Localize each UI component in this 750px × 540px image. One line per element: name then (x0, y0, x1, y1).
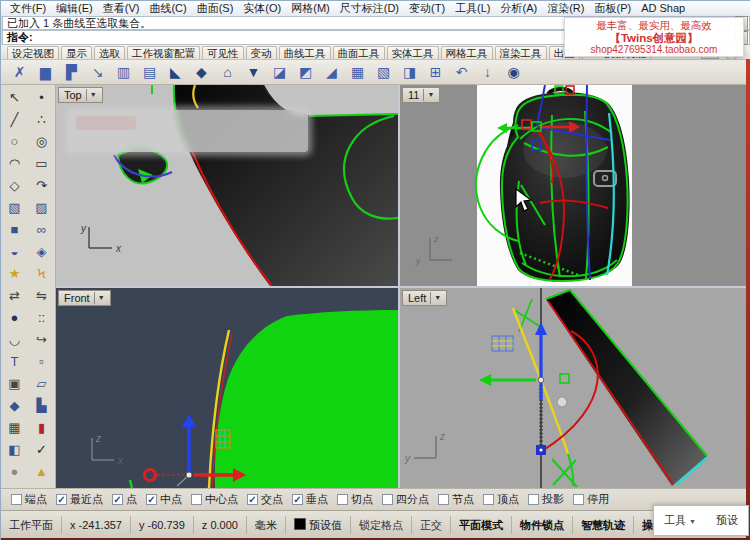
tab-7[interactable]: 曲面工具 (333, 46, 385, 59)
gumball[interactable] (479, 322, 547, 400)
connect-curves-icon[interactable]: ✗ (7, 62, 32, 83)
osnap-checkbox[interactable] (483, 494, 494, 505)
viewport-left[interactable]: z y Left ▼ (400, 288, 746, 488)
tab-8[interactable]: 实体工具 (387, 46, 439, 59)
point-grid-surface-icon[interactable]: ⌂ (215, 62, 240, 83)
menu-item-7[interactable]: 尺寸标注(D) (335, 1, 404, 16)
menu-item-9[interactable]: 工具(L) (450, 1, 495, 16)
osnap-item-9[interactable]: 节点 (438, 492, 474, 507)
layer-button[interactable]: 预设值 (286, 516, 351, 534)
tab-2[interactable]: 选取 (94, 46, 125, 59)
circle-icon[interactable]: ○ (1, 131, 28, 153)
shaded-sphere-icon[interactable]: ● (1, 461, 28, 483)
tab-1[interactable]: 显示 (61, 46, 92, 59)
osnap-item-11[interactable]: 投影 (528, 492, 564, 507)
drape-icon[interactable]: ▼ (241, 62, 266, 83)
osnap-checkbox[interactable]: ✓ (247, 494, 258, 505)
spheres-icon[interactable]: ∞ (28, 219, 55, 241)
extend-surface-icon[interactable]: ▆ (33, 62, 58, 83)
osnap-checkbox[interactable] (382, 494, 393, 505)
sweep-arrow-icon[interactable]: ↘ (85, 62, 110, 83)
status-toggle-3[interactable]: 物件锁点 (512, 516, 573, 534)
array-icon[interactable]: ▦ (1, 417, 28, 439)
viewport-title-front[interactable]: Front ▼ (58, 290, 111, 306)
control-points-icon[interactable]: ▫ (28, 351, 55, 373)
menu-item-1[interactable]: 编辑(E) (51, 1, 98, 16)
osnap-item-12[interactable]: 停用 (573, 492, 609, 507)
viewport-canvas-11[interactable]: z y (400, 85, 746, 286)
polygon-icon[interactable]: ◇ (1, 175, 28, 197)
menu-item-12[interactable]: 面板(P) (589, 1, 636, 16)
osnap-checkbox[interactable]: ✓ (292, 494, 303, 505)
preset-button[interactable]: 预设 (716, 513, 738, 528)
osnap-item-7[interactable]: 切点 (337, 492, 373, 507)
blend-curve-icon[interactable]: ◡ (1, 329, 28, 351)
ellipse-icon[interactable]: ◎ (28, 131, 55, 153)
viewport-11[interactable]: z y 11 ▼ (400, 85, 746, 286)
revolve-icon[interactable]: ◢ (319, 62, 344, 83)
tab-9[interactable]: 网格工具 (441, 46, 493, 59)
check-icon[interactable]: ✓ (28, 439, 55, 461)
osnap-item-6[interactable]: ✓垂点 (292, 492, 328, 507)
rectangle-icon[interactable]: ▭ (28, 153, 55, 175)
menu-item-2[interactable]: 查看(V) (98, 1, 145, 16)
surface-patch-icon[interactable]: ▧ (1, 197, 28, 219)
polyline-icon[interactable]: ╱ (1, 109, 28, 131)
viewport-front[interactable]: z x Front ▼ (56, 288, 398, 488)
stairs-surface-icon[interactable]: ▛ (59, 62, 84, 83)
osnap-item-10[interactable]: 顶点 (483, 492, 519, 507)
plane-icon[interactable]: ▱ (28, 373, 55, 395)
arc-icon[interactable]: ◠ (1, 153, 28, 175)
pointer-icon[interactable]: ↖ (1, 87, 28, 109)
osnap-checkbox[interactable]: ✓ (112, 494, 123, 505)
osnap-checkbox[interactable] (438, 494, 449, 505)
menu-item-5[interactable]: 实体(O) (238, 1, 286, 16)
plane-grid-icon[interactable]: ▧ (371, 62, 396, 83)
menu-item-4[interactable]: 曲面(S) (192, 1, 239, 16)
status-toggle-0[interactable]: 锁定格点 (351, 516, 412, 534)
cplane-button[interactable]: 工作平面 (1, 516, 62, 534)
ribbon-surface-icon[interactable]: ◩ (293, 62, 318, 83)
fillet-curve-icon[interactable]: ↷ (28, 175, 55, 197)
osnap-item-1[interactable]: ✓最近点 (56, 492, 103, 507)
point-icon[interactable]: • (28, 87, 55, 109)
menu-item-13[interactable]: AD Shap (636, 1, 690, 16)
rail-revolve-icon[interactable]: ▦ (345, 62, 370, 83)
menu-item-10[interactable]: 分析(A) (496, 1, 543, 16)
status-toggle-2[interactable]: 平面模式 (451, 516, 512, 534)
arc-blend-icon[interactable]: ↪ (28, 329, 55, 351)
osnap-item-3[interactable]: ✓中点 (146, 492, 182, 507)
osnap-item-5[interactable]: ✓交点 (247, 492, 283, 507)
group-icon[interactable]: ▣ (1, 373, 28, 395)
split-surface-icon[interactable]: ◨ (397, 62, 422, 83)
pull-curve-icon[interactable]: ↓ (475, 62, 500, 83)
blend-curve-icon[interactable]: ↶ (449, 62, 474, 83)
osnap-checkbox[interactable] (191, 494, 202, 505)
eye-icon[interactable]: ◉ (501, 62, 526, 83)
viewport-title-left[interactable]: Left ▼ (402, 290, 447, 306)
offset-surface-icon[interactable]: ⊞ (423, 62, 448, 83)
box-icon[interactable]: ■ (1, 219, 28, 241)
osnap-checkbox[interactable]: ✓ (146, 494, 157, 505)
cone-icon[interactable]: ▲ (28, 461, 55, 483)
boolean-spheres-icon[interactable]: ● (1, 307, 28, 329)
loft-icon[interactable]: ◣ (163, 62, 188, 83)
extrude-surface-icon[interactable]: ◪ (267, 62, 292, 83)
viewport-top[interactable]: y x Top ▼ (56, 85, 398, 286)
dimension-pill-icon[interactable]: ▮ (28, 417, 55, 439)
osnap-item-8[interactable]: 四分点 (382, 492, 429, 507)
osnap-item-2[interactable]: ✓点 (112, 492, 137, 507)
extrude-icon[interactable]: ◧ (1, 439, 28, 461)
patch-icon[interactable]: ◆ (189, 62, 214, 83)
status-toggle-4[interactable]: 智慧轨迹 (573, 516, 634, 534)
torus-icon[interactable]: ◒ (1, 241, 28, 263)
viewport-canvas-front[interactable]: z x (56, 288, 398, 488)
osnap-checkbox[interactable] (573, 494, 584, 505)
explode-icon[interactable]: Ϟ (28, 263, 55, 285)
tab-5[interactable]: 变动 (246, 46, 277, 59)
osnap-item-4[interactable]: 中心点 (191, 492, 238, 507)
osnap-checkbox[interactable] (11, 494, 22, 505)
trim-icon[interactable]: ⇄ (1, 285, 28, 307)
tab-4[interactable]: 可见性 (202, 46, 244, 59)
menu-item-3[interactable]: 曲线(C) (144, 1, 191, 16)
